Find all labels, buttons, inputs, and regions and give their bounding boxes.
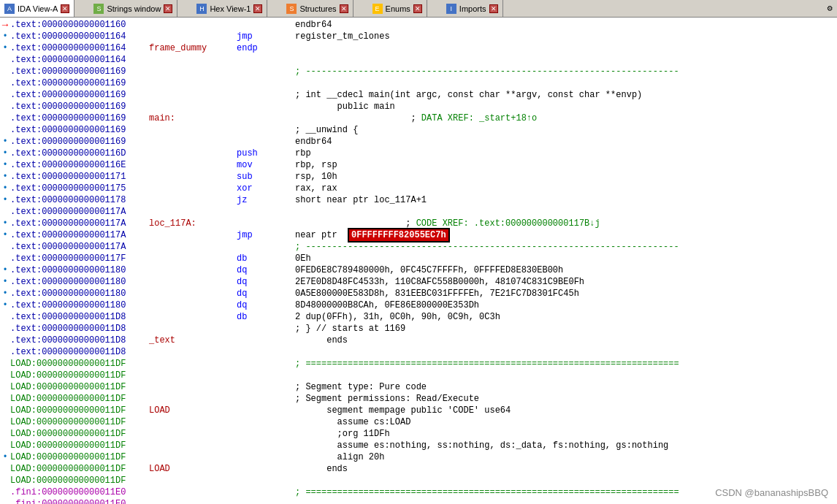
line-indicator-5 (0, 77, 10, 89)
line-addr-21: .text:0000000000001180 (10, 264, 149, 276)
line-operands-33: segment mempage public 'CODE' use64 (295, 405, 837, 416)
line-indicator-29 (0, 358, 10, 370)
code-line-40[interactable]: .fini:00000000000011E0; ================… (0, 486, 837, 498)
code-line-24[interactable]: •.text:0000000000001180dq8D48000000B8CAh… (0, 299, 837, 311)
highlighted-operand-18: 0FFFFFFFF82055EC7h (348, 228, 450, 243)
line-indicator-0: → (0, 19, 10, 31)
tab-imports[interactable]: IImports✕ (442, 0, 503, 17)
tab-enums[interactable]: EEnums✕ (368, 0, 427, 17)
code-line-27[interactable]: .text:00000000000011D8_text ends (0, 335, 837, 346)
code-line-1[interactable]: •.text:0000000000001164jmpregister_tm_cl… (0, 31, 837, 42)
code-line-28[interactable]: .text:00000000000011D8 (0, 346, 837, 358)
code-line-15[interactable]: •.text:0000000000001178jzshort near ptr … (0, 194, 837, 206)
code-line-13[interactable]: •.text:0000000000001171subrsp, 10h (0, 171, 837, 183)
code-line-22[interactable]: •.text:0000000000001180dq2E7E0D8D48FC453… (0, 276, 837, 288)
code-line-25[interactable]: .text:00000000000011D8db2 dup(0FFh), 31h… (0, 311, 837, 323)
code-line-5[interactable]: .text:0000000000001169 (0, 77, 837, 89)
line-mnemonic-20: db (237, 253, 295, 264)
code-line-16[interactable]: .text:000000000000117A (0, 206, 837, 218)
line-operands-8: ; DATA XREF: _start+18↑o (295, 112, 837, 124)
code-line-38[interactable]: LOAD:000000000000011DFLOAD ends (0, 463, 837, 475)
code-line-23[interactable]: •.text:0000000000001180dq0A5E800000E583D… (0, 288, 837, 299)
line-label-33: LOAD (149, 405, 237, 416)
code-line-41[interactable]: .fini:00000000000011E0 (0, 498, 837, 504)
line-indicator-31 (0, 381, 10, 393)
line-operands-13: rsp, 10h (295, 171, 837, 183)
tab-strings-window[interactable]: SStrings window✕ (89, 0, 177, 17)
code-line-10[interactable]: •.text:0000000000001169endbr64 (0, 136, 837, 148)
code-line-34[interactable]: LOAD:000000000000011DF assume cs:LOAD (0, 416, 837, 428)
code-line-39[interactable]: LOAD:000000000000011DF (0, 475, 837, 486)
code-line-30[interactable]: LOAD:000000000000011DF (0, 370, 837, 381)
line-operands-37: align 20h (295, 451, 837, 463)
tab-close-ida-view-a[interactable]: ✕ (61, 4, 69, 13)
line-addr-13: .text:0000000000001171 (10, 171, 149, 183)
code-line-4[interactable]: .text:0000000000001169; ----------------… (0, 66, 837, 77)
line-operands-10: endbr64 (295, 136, 837, 148)
code-line-20[interactable]: .text:000000000000117Fdb0Eh (0, 253, 837, 264)
code-line-32[interactable]: LOAD:000000000000011DF; Segment permissi… (0, 393, 837, 405)
code-line-21[interactable]: •.text:0000000000001180dq0FED6E8C7894800… (0, 264, 837, 276)
tab-close-strings-window[interactable]: ✕ (164, 4, 172, 13)
code-line-3[interactable]: .text:0000000000001164 (0, 54, 837, 66)
tab-label-strings-window: Strings window (107, 4, 161, 13)
tab-hex-view-1[interactable]: HHex View-1✕ (192, 0, 267, 17)
line-indicator-38 (0, 463, 10, 475)
tab-ida-view-a[interactable]: AIDA View-A✕ (0, 0, 74, 17)
line-addr-35: LOAD:000000000000011DF (10, 428, 149, 440)
code-line-6[interactable]: .text:0000000000001169; int __cdecl main… (0, 89, 837, 101)
code-line-7[interactable]: .text:0000000000001169 public main (0, 101, 837, 112)
line-addr-32: LOAD:000000000000011DF (10, 393, 149, 405)
code-line-9[interactable]: .text:0000000000001169; __unwind { (0, 124, 837, 136)
code-line-35[interactable]: LOAD:000000000000011DF ;org 11DFh (0, 428, 837, 440)
line-indicator-36 (0, 440, 10, 451)
line-indicator-7 (0, 101, 10, 112)
code-line-37[interactable]: •LOAD:000000000000011DF align 20h (0, 451, 837, 463)
code-line-8[interactable]: .text:0000000000001169main: ; DATA XREF:… (0, 112, 837, 124)
tab-label-imports: Imports (459, 4, 486, 13)
line-mnemonic-23: dq (237, 288, 295, 299)
code-line-31[interactable]: LOAD:000000000000011DF; Segment type: Pu… (0, 381, 837, 393)
tab-close-structures[interactable]: ✕ (340, 4, 348, 13)
line-addr-23: .text:0000000000001180 (10, 288, 149, 299)
line-indicator-9 (0, 124, 10, 136)
line-indicator-21: • (0, 264, 10, 276)
line-addr-20: .text:000000000000117F (10, 253, 149, 264)
line-indicator-40 (0, 486, 10, 498)
line-operands-0: endbr64 (295, 19, 837, 31)
line-operands-4: ; --------------------------------------… (295, 66, 837, 77)
tab-structures[interactable]: SStructures✕ (282, 0, 353, 17)
line-indicator-23: • (0, 288, 10, 299)
code-line-33[interactable]: LOAD:000000000000011DFLOAD segment mempa… (0, 405, 837, 416)
code-line-2[interactable]: •.text:0000000000001164frame_dummyendp (0, 42, 837, 54)
line-addr-37: LOAD:000000000000011DF (10, 451, 149, 463)
code-line-0[interactable]: →.text:0000000000001160endbr64 (0, 19, 837, 31)
code-line-12[interactable]: •.text:000000000000116Emovrbp, rsp (0, 159, 837, 171)
line-indicator-10: • (0, 136, 10, 148)
line-addr-40: .fini:00000000000011E0 (10, 486, 149, 498)
line-addr-17: .text:000000000000117A (10, 218, 149, 229)
line-addr-25: .text:00000000000011D8 (10, 311, 149, 323)
tab-label-ida-view-a: IDA View-A (18, 4, 58, 13)
code-line-14[interactable]: •.text:0000000000001175xorrax, rax (0, 183, 837, 194)
tab-close-imports[interactable]: ✕ (489, 4, 498, 13)
line-label-2: frame_dummy (149, 42, 237, 54)
tab-close-enums[interactable]: ✕ (413, 4, 422, 13)
code-line-11[interactable]: •.text:000000000000116Dpushrbp (0, 148, 837, 159)
line-indicator-28 (0, 346, 10, 358)
code-line-36[interactable]: LOAD:000000000000011DF assume es:nothing… (0, 440, 837, 451)
code-line-18[interactable]: •.text:000000000000117Ajmpnear ptr 0FFFF… (0, 229, 837, 241)
tab-close-hex-view-1[interactable]: ✕ (253, 4, 262, 13)
line-indicator-34 (0, 416, 10, 428)
line-indicator-39 (0, 475, 10, 486)
settings-icon[interactable]: ⚙ (822, 0, 837, 18)
code-line-29[interactable]: LOAD:000000000000011DF; ================… (0, 358, 837, 370)
line-addr-2: .text:0000000000001164 (10, 42, 149, 54)
code-view[interactable]: →.text:0000000000001160endbr64•.text:000… (0, 18, 837, 504)
line-label-17: loc_117A: (149, 218, 237, 229)
tab-icon-hex-view-1: H (196, 4, 207, 14)
code-line-19[interactable]: .text:000000000000117A; ----------------… (0, 241, 837, 253)
line-indicator-32 (0, 393, 10, 405)
code-line-26[interactable]: .text:00000000000011D8; } // starts at 1… (0, 323, 837, 335)
tab-label-structures: Structures (299, 4, 336, 13)
